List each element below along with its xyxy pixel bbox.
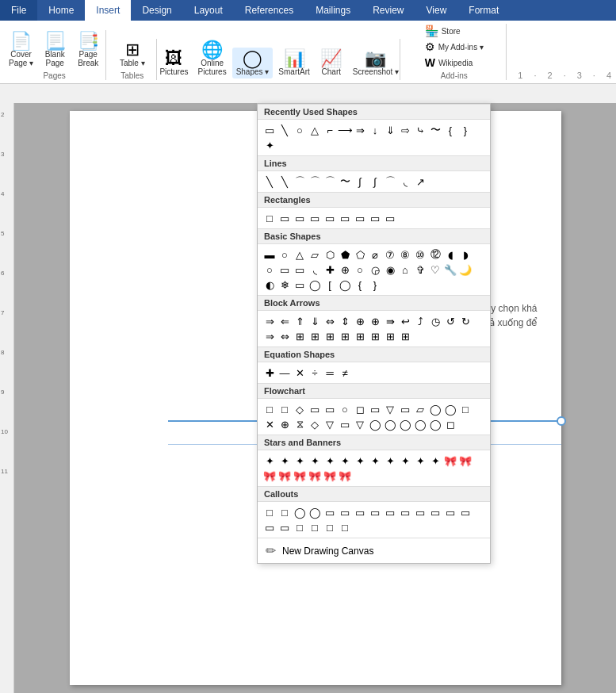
co-1[interactable]: □	[262, 505, 277, 519]
fc-7[interactable]: ◻	[353, 402, 367, 416]
line-arrow[interactable]: ↗	[413, 174, 427, 189]
sb-15[interactable]: 🎀	[262, 469, 277, 483]
sb-14[interactable]: 🎀	[458, 454, 473, 468]
sb-12[interactable]: ✦	[428, 454, 442, 468]
fc-8[interactable]: ▭	[368, 402, 382, 416]
shape-arrow-r[interactable]: ⟶	[338, 123, 352, 137]
fc-11[interactable]: ▱	[413, 402, 427, 416]
shape-rect[interactable]: ▭	[262, 123, 277, 137]
co-18[interactable]: □	[308, 520, 322, 534]
basic-12[interactable]: ⑫	[428, 247, 442, 262]
basic-5[interactable]: ⬡	[323, 247, 337, 262]
basic-6[interactable]: ⬟	[338, 247, 352, 262]
tab-references[interactable]: References	[234, 0, 304, 21]
cover-page-button[interactable]: 📄 CoverPage ▾	[5, 30, 37, 70]
rect-9[interactable]: ▭	[383, 211, 397, 225]
fc-22[interactable]: ◯	[368, 417, 382, 431]
tab-review[interactable]: Review	[362, 0, 415, 21]
ba-14[interactable]: ↻	[458, 314, 473, 328]
tab-format[interactable]: Format	[457, 0, 510, 21]
ba-24[interactable]: ⊞	[398, 329, 412, 343]
fc-10[interactable]: ▭	[398, 402, 412, 416]
ba-16[interactable]: ⇔	[277, 329, 292, 343]
sb-1[interactable]: ✦	[262, 454, 277, 468]
ba-23[interactable]: ⊞	[383, 329, 397, 343]
ba-7[interactable]: ⊕	[353, 314, 367, 328]
tab-file[interactable]: File	[0, 0, 37, 21]
basic-24[interactable]: ⌂	[398, 262, 412, 277]
basic-7[interactable]: ⬠	[353, 247, 367, 262]
fc-26[interactable]: ◯	[428, 417, 442, 431]
co-10[interactable]: ▭	[398, 505, 412, 519]
shapes-button[interactable]: ◯ Shapes ▾	[232, 48, 274, 78]
basic-31[interactable]: ▭	[293, 278, 307, 292]
basic-35[interactable]: {	[353, 278, 367, 292]
fc-6[interactable]: ○	[338, 402, 352, 416]
rect-7[interactable]: ▭	[353, 211, 367, 225]
sb-19[interactable]: 🎀	[323, 469, 337, 483]
basic-1[interactable]: ▬	[262, 247, 277, 262]
ba-10[interactable]: ↩	[398, 314, 412, 328]
co-20[interactable]: □	[338, 520, 352, 534]
shape-circle[interactable]: ○	[293, 123, 307, 137]
ba-18[interactable]: ⊞	[308, 329, 322, 343]
ba-20[interactable]: ⊞	[338, 329, 352, 343]
fc-25[interactable]: ◯	[413, 417, 427, 431]
basic-36[interactable]: }	[368, 278, 382, 292]
fc-20[interactable]: ▭	[338, 417, 352, 431]
sb-18[interactable]: 🎀	[308, 469, 322, 483]
sb-9[interactable]: ✦	[383, 454, 397, 468]
line-curve1[interactable]: ⌒	[293, 174, 307, 189]
rect-1[interactable]: □	[262, 211, 277, 225]
sb-17[interactable]: 🎀	[293, 469, 307, 483]
co-15[interactable]: ▭	[262, 520, 277, 534]
ba-17[interactable]: ⊞	[293, 329, 307, 343]
ba-4[interactable]: ⇓	[308, 314, 322, 328]
page-break-button[interactable]: 📑 PageBreak	[72, 30, 104, 70]
basic-27[interactable]: 🔧	[443, 262, 457, 277]
sb-4[interactable]: ✦	[308, 454, 322, 468]
line-integral2[interactable]: ∫	[368, 174, 382, 189]
basic-28[interactable]: 🌙	[458, 262, 473, 277]
basic-20[interactable]: ⊕	[338, 262, 352, 277]
tab-design[interactable]: Design	[131, 0, 182, 21]
tab-layout[interactable]: Layout	[183, 0, 234, 21]
rect-6[interactable]: ▭	[338, 211, 352, 225]
fc-23[interactable]: ◯	[383, 417, 397, 431]
co-5[interactable]: ▭	[323, 505, 337, 519]
co-8[interactable]: ▭	[368, 505, 382, 519]
tab-insert[interactable]: Insert	[85, 0, 131, 21]
ba-8[interactable]: ⊕	[368, 314, 382, 328]
basic-14[interactable]: ◗	[458, 247, 473, 262]
co-2[interactable]: □	[277, 505, 292, 519]
table-button[interactable]: ⊞ Table ▾	[113, 39, 152, 70]
basic-2[interactable]: ○	[277, 247, 292, 262]
basic-22[interactable]: ◶	[368, 262, 382, 277]
fc-5[interactable]: ▭	[323, 402, 337, 416]
sb-2[interactable]: ✦	[277, 454, 292, 468]
shape-star[interactable]: ✦	[262, 138, 277, 152]
smartart-button[interactable]: 📊 SmartArt	[274, 48, 313, 78]
ba-22[interactable]: ⊞	[368, 329, 382, 343]
sb-8[interactable]: ✦	[368, 454, 382, 468]
ba-13[interactable]: ↺	[443, 314, 457, 328]
blank-page-button[interactable]: 📃 BlankPage	[39, 30, 71, 70]
ba-2[interactable]: ⇐	[277, 314, 292, 328]
fc-18[interactable]: ◇	[308, 417, 322, 431]
fc-21[interactable]: ▽	[353, 417, 367, 431]
fc-1[interactable]: □	[262, 402, 277, 416]
fc-15[interactable]: ✕	[262, 417, 277, 431]
co-14[interactable]: ▭	[458, 505, 473, 519]
basic-19[interactable]: ✚	[323, 262, 337, 277]
pictures-button[interactable]: 🖼 Pictures	[155, 48, 192, 78]
shape-brace-close[interactable]: }	[458, 123, 473, 137]
co-6[interactable]: ▭	[338, 505, 352, 519]
rect-2[interactable]: ▭	[277, 211, 292, 225]
basic-26[interactable]: ♡	[428, 262, 442, 277]
shape-arrow-down2[interactable]: ⇓	[383, 123, 397, 137]
eq-4[interactable]: ÷	[308, 366, 322, 380]
basic-34[interactable]: ◯	[338, 278, 352, 292]
co-9[interactable]: ▭	[383, 505, 397, 519]
sb-3[interactable]: ✦	[293, 454, 307, 468]
my-addins-button[interactable]: ⚙ My Add-ins ▾	[423, 40, 486, 54]
